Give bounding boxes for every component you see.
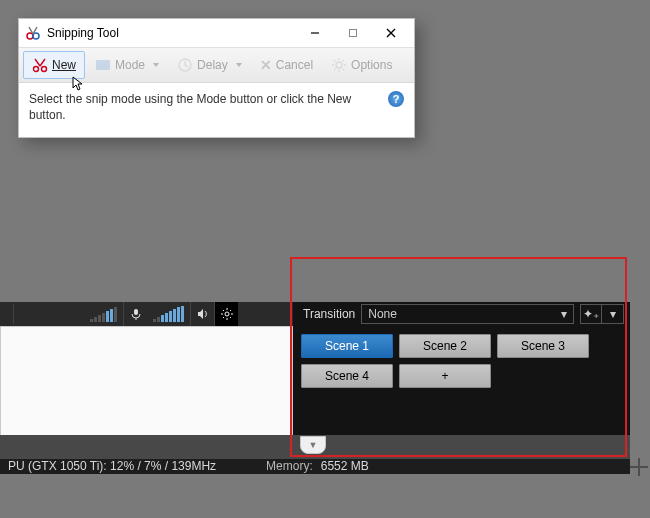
speaker-button[interactable]: [190, 302, 214, 326]
mode-label: Mode: [115, 58, 145, 72]
mode-button: Mode: [87, 51, 167, 79]
mic-vu-meter[interactable]: [90, 306, 117, 322]
cancel-button: ✕ Cancel: [252, 51, 321, 79]
status-bar: ▼ PU (GTX 1050 Ti): 12% / 7% / 139MHz Me…: [0, 457, 630, 474]
transition-row: Transition None ▾ ✦₊ ▾: [293, 302, 630, 326]
mode-icon: [95, 57, 111, 73]
minimize-button[interactable]: [296, 22, 334, 44]
svg-point-8: [336, 62, 342, 68]
cancel-icon: ✕: [260, 57, 272, 73]
close-button[interactable]: [372, 22, 410, 44]
scene-button-1[interactable]: Scene 1: [301, 334, 393, 358]
transition-select[interactable]: None ▾: [361, 304, 574, 324]
svg-rect-6: [96, 60, 110, 70]
gear-icon: [331, 57, 347, 73]
chevron-down-icon: [236, 63, 242, 67]
hint-text: Select the snip mode using the Mode butt…: [29, 91, 368, 123]
window-title: Snipping Tool: [25, 25, 296, 41]
transition-label: Transition: [303, 307, 355, 321]
scene-buttons: Scene 1 Scene 2 Scene 3 Scene 4 +: [293, 326, 630, 396]
dock-toggle[interactable]: ▼: [300, 436, 326, 454]
options-button: Options: [323, 51, 400, 79]
scissors-icon: [32, 57, 48, 73]
svg-point-5: [42, 67, 47, 72]
snipping-tool-window: Snipping Tool New Mode Delay ✕ Cancel: [18, 18, 415, 138]
clock-icon: [177, 57, 193, 73]
cancel-label: Cancel: [276, 58, 313, 72]
svg-rect-3: [350, 30, 357, 37]
svg-rect-9: [134, 309, 138, 315]
options-label: Options: [351, 58, 392, 72]
chevron-down-icon: [153, 63, 159, 67]
window-title-text: Snipping Tool: [47, 26, 119, 40]
delay-label: Delay: [197, 58, 228, 72]
scene-button-4[interactable]: Scene 4: [301, 364, 393, 388]
app-bottom-panel: gs Transition None ▾ ✦₊ ▾ Scene 1 Scene …: [0, 302, 630, 457]
scene-button-3[interactable]: Scene 3: [497, 334, 589, 358]
snipping-toolbar: New Mode Delay ✕ Cancel Options: [19, 47, 414, 83]
transition-add-dropdown[interactable]: ▾: [602, 304, 624, 324]
snipping-tool-icon: [25, 25, 41, 41]
help-icon[interactable]: ?: [388, 91, 404, 107]
hint-message: Select the snip mode using the Mode butt…: [19, 83, 414, 137]
crosshair-cursor-icon: [630, 458, 648, 476]
delay-button: Delay: [169, 51, 250, 79]
scene-add-button[interactable]: +: [399, 364, 491, 388]
chevron-down-icon: ▾: [561, 307, 567, 321]
memory-value: 6552 MB: [321, 459, 369, 473]
gpu-stats: PU (GTX 1050 Ti): 12% / 7% / 139MHz: [8, 459, 216, 473]
titlebar[interactable]: Snipping Tool: [19, 19, 414, 47]
new-label: New: [52, 58, 76, 72]
memory-label: Memory:: [266, 459, 313, 473]
svg-point-10: [225, 312, 229, 316]
transition-add-button[interactable]: ✦₊: [580, 304, 602, 324]
mic-button[interactable]: [123, 302, 147, 326]
new-button[interactable]: New: [23, 51, 85, 79]
scene-panel: Transition None ▾ ✦₊ ▾ Scene 1 Scene 2 S…: [293, 302, 630, 457]
scene-button-2[interactable]: Scene 2: [399, 334, 491, 358]
maximize-button[interactable]: [334, 22, 372, 44]
svg-point-4: [34, 67, 39, 72]
speaker-vu-meter[interactable]: [153, 306, 184, 322]
audio-settings-button[interactable]: [214, 302, 238, 326]
drag-handle[interactable]: [0, 304, 14, 324]
transition-selected: None: [368, 307, 397, 321]
